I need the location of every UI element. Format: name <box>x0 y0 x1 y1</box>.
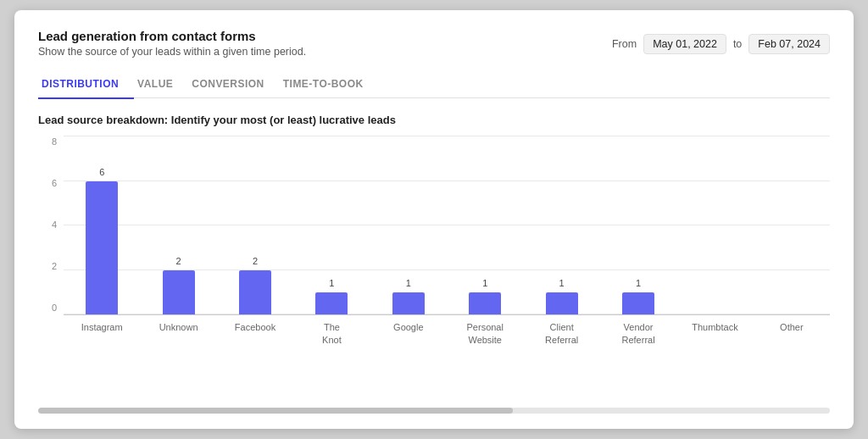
bar-group-facebook: 2 <box>217 136 293 314</box>
y-label-2: 2 <box>38 261 57 271</box>
x-label-thumbtack: Thumbtack <box>676 316 753 346</box>
bar-group-the-knot: 1 <box>293 136 370 314</box>
y-axis: 0 2 4 6 8 <box>38 136 57 314</box>
x-label-vendor-referral: VendorReferral <box>600 316 676 346</box>
bar-value-label: 1 <box>636 278 641 288</box>
bar-personal-website: 1 <box>469 292 501 314</box>
bar-facebook: 2 <box>239 270 271 315</box>
x-labels: InstagramUnknownFacebookTheKnotGooglePer… <box>64 316 830 346</box>
x-label-google: Google <box>370 316 447 346</box>
bar-group-other <box>754 136 830 314</box>
tabs-bar: DISTRIBUTION VALUE CONVERSION TIME-TO-BO… <box>38 71 830 99</box>
section-label: Lead source breakdown: Identify your mos… <box>38 114 830 126</box>
bar-value-label: 1 <box>406 278 411 288</box>
title-block: Lead generation from contact forms Show … <box>38 29 306 58</box>
scrollbar[interactable] <box>38 408 830 414</box>
bar-value-label: 2 <box>176 256 181 266</box>
bar-value-label: 2 <box>253 256 258 266</box>
x-label-facebook: Facebook <box>217 316 293 346</box>
bar-group-google: 1 <box>370 136 447 314</box>
x-label-instagram: Instagram <box>64 316 140 346</box>
chart-area: 0 2 4 6 8 62211111 InstagramUnknownFaceb… <box>38 136 830 357</box>
bar-instagram: 6 <box>86 181 118 315</box>
y-label-4: 4 <box>38 220 57 230</box>
bar-google: 1 <box>392 292 425 314</box>
tab-conversion[interactable]: CONVERSION <box>188 71 279 99</box>
scrollbar-thumb <box>38 408 513 414</box>
x-label-the-knot: TheKnot <box>293 316 370 346</box>
tab-distribution[interactable]: DISTRIBUTION <box>38 71 134 99</box>
bar-group-vendor-referral: 1 <box>600 136 676 314</box>
bar-group-instagram: 6 <box>64 136 140 314</box>
y-label-6: 6 <box>38 178 57 188</box>
main-card: Lead generation from contact forms Show … <box>14 10 854 430</box>
page-subtitle: Show the source of your leads within a g… <box>38 46 306 58</box>
bar-value-label: 1 <box>559 278 565 288</box>
y-label-8: 8 <box>38 136 57 147</box>
bar-group-thumbtack <box>676 136 753 314</box>
x-label-unknown: Unknown <box>140 316 216 346</box>
bar-value-label: 1 <box>482 278 487 288</box>
date-from-label: From <box>612 38 637 50</box>
tab-time-to-book[interactable]: TIME-TO-BOOK <box>280 71 379 99</box>
section-label-bold: Lead source breakdown: <box>38 114 168 126</box>
tab-value[interactable]: VALUE <box>134 71 188 99</box>
bar-group-unknown: 2 <box>140 136 216 314</box>
date-from-input[interactable]: May 01, 2022 <box>643 34 726 54</box>
date-range: From May 01, 2022 to Feb 07, 2024 <box>612 34 830 54</box>
x-label-other: Other <box>754 316 830 346</box>
header-row: Lead generation from contact forms Show … <box>38 29 830 58</box>
date-to-input[interactable]: Feb 07, 2024 <box>748 34 830 54</box>
section-label-rest: Identify your most (or least) lucrative … <box>168 114 396 126</box>
x-label-personal-website: PersonalWebsite <box>447 316 523 346</box>
date-to-label: to <box>733 38 742 50</box>
page-title: Lead generation from contact forms <box>38 29 306 43</box>
bar-unknown: 2 <box>163 270 195 315</box>
bar-the-knot: 1 <box>315 292 348 314</box>
bar-group-personal-website: 1 <box>447 136 523 314</box>
x-label-client-referral: ClientReferral <box>523 316 599 346</box>
bar-vendor-referral: 1 <box>622 292 654 314</box>
baseline <box>64 314 830 315</box>
bar-value-label: 1 <box>329 278 334 288</box>
bars-row: 62211111 <box>64 136 830 314</box>
bar-group-client-referral: 1 <box>523 136 599 314</box>
y-label-0: 0 <box>38 303 57 313</box>
chart-grid: 62211111 <box>64 136 830 314</box>
bar-client-referral: 1 <box>546 292 578 314</box>
bar-value-label: 6 <box>99 167 104 177</box>
